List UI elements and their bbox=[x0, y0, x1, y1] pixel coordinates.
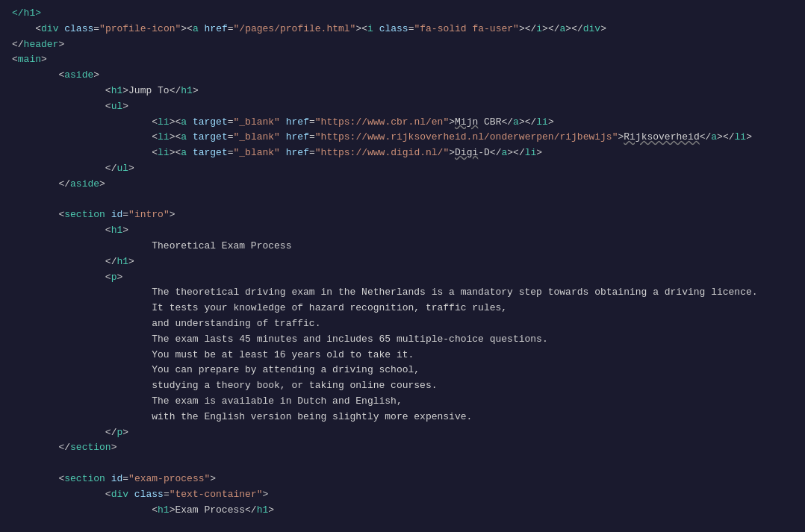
code-line: <main> bbox=[0, 52, 805, 68]
code-line: <h1>Jump To</h1> bbox=[0, 84, 805, 99]
token-plain: = bbox=[228, 131, 234, 143]
token-attr-name: id bbox=[111, 209, 123, 220]
token-plain: >< bbox=[170, 116, 181, 128]
code-line: studying a theory book, or taking online… bbox=[0, 378, 805, 394]
token-tag: div bbox=[111, 489, 128, 500]
token-attr-value: "fa-solid fa-user" bbox=[414, 23, 518, 34]
code-line: </header> bbox=[0, 37, 805, 53]
line-content: </aside> bbox=[12, 177, 105, 193]
token-tag: i bbox=[536, 23, 542, 34]
token-tag: ul bbox=[111, 101, 123, 112]
token-plain: = bbox=[164, 489, 170, 500]
line-content: Theoretical Exam Process bbox=[12, 239, 291, 254]
token-attr-name: target bbox=[193, 116, 228, 128]
line-content: <h1>Exam Process</h1> bbox=[12, 503, 274, 519]
token-attr-value: "_blank" bbox=[234, 116, 280, 128]
code-line: You can prepare by attending a driving s… bbox=[0, 363, 805, 378]
token-tag: a bbox=[181, 147, 187, 158]
token-tag: a bbox=[193, 23, 199, 34]
line-content: It tests your knowledge of hazard recogn… bbox=[12, 301, 507, 316]
line-content: The exam lasts 45 minutes and includes 6… bbox=[12, 332, 548, 348]
code-line: Theoretical Exam Process bbox=[0, 239, 805, 254]
token-plain: > bbox=[41, 54, 47, 65]
token-plain bbox=[128, 489, 134, 500]
token-plain: >< bbox=[181, 23, 193, 34]
token-plain: You can prepare by attending a driving s… bbox=[152, 364, 420, 375]
token-plain: = bbox=[309, 147, 315, 158]
token-plain: < bbox=[105, 272, 111, 283]
token-tag: li bbox=[158, 147, 170, 158]
line-content: </h1> bbox=[12, 254, 134, 270]
token-plain: > bbox=[210, 473, 216, 484]
code-line: <p> bbox=[0, 270, 805, 286]
code-line: <section id="exam-process"> bbox=[0, 472, 805, 487]
token-plain: >Exam Process</ bbox=[170, 504, 257, 516]
code-line: <ul> bbox=[0, 99, 805, 115]
token-tag-bracket: < bbox=[35, 23, 41, 34]
token-plain: > bbox=[122, 101, 128, 112]
token-attr-value: "exam-process" bbox=[128, 473, 210, 484]
token-tag: li bbox=[158, 131, 170, 143]
token-tag: h1 bbox=[111, 225, 123, 236]
token-plain: > bbox=[93, 69, 99, 81]
code-line: and understanding of traffic. bbox=[0, 316, 805, 332]
token-attr-name: href bbox=[286, 131, 309, 143]
token-plain: = bbox=[228, 116, 234, 128]
token-attr-value: "_blank" bbox=[234, 147, 280, 158]
token-attr-value: "https://www.cbr.nl/en" bbox=[315, 116, 449, 128]
token-plain: = bbox=[228, 23, 234, 34]
token-attr-value: "_blank" bbox=[234, 131, 280, 143]
line-content: <h1> bbox=[12, 223, 128, 239]
token-tag: h1 bbox=[111, 85, 123, 96]
token-plain: The exam is available in Dutch and Engli… bbox=[152, 395, 402, 407]
token-tag: h1 bbox=[158, 504, 170, 516]
code-line: <div class="text-container"> bbox=[0, 487, 805, 503]
token-plain: < bbox=[12, 54, 18, 65]
token-tag: </h1> bbox=[12, 7, 41, 19]
code-line: It tests your knowledge of hazard recogn… bbox=[0, 301, 805, 316]
token-plain bbox=[187, 131, 193, 143]
code-line bbox=[0, 456, 805, 472]
code-line: </p> bbox=[0, 425, 805, 441]
token-plain: = bbox=[309, 116, 315, 128]
token-plain: > bbox=[746, 131, 752, 143]
token-tag: section bbox=[70, 442, 111, 453]
token-tag: a bbox=[181, 131, 187, 143]
token-plain: studying a theory book, or taking online… bbox=[152, 380, 437, 391]
token-plain: with the English version being slightly … bbox=[152, 411, 472, 422]
token-attr-name: class bbox=[379, 23, 408, 34]
line-content: You must be at least 16 years old to tak… bbox=[12, 348, 414, 363]
token-plain: > bbox=[600, 23, 606, 34]
line-content: with the English version being slightly … bbox=[12, 410, 472, 425]
line-content: </h1> bbox=[12, 6, 41, 22]
token-tag: li bbox=[525, 147, 537, 158]
token-plain: ></ bbox=[519, 23, 536, 34]
line-content: The exam is available in Dutch and Engli… bbox=[12, 394, 402, 410]
token-plain: > bbox=[268, 504, 274, 516]
line-content: You can prepare by attending a driving s… bbox=[12, 363, 420, 378]
token-tag: div bbox=[583, 23, 600, 34]
code-line: </section> bbox=[0, 440, 805, 456]
line-content: </header> bbox=[12, 37, 64, 53]
token-attr-value: "text-container" bbox=[170, 489, 263, 500]
token-plain: ></ bbox=[507, 147, 524, 158]
token-plain: The theoretical driving exam in the Neth… bbox=[152, 287, 757, 298]
token-tag: ul bbox=[116, 163, 128, 174]
token-tag: li bbox=[735, 131, 747, 143]
token-attr-value: "/pages/profile.html" bbox=[234, 23, 356, 34]
token-plain: > bbox=[170, 209, 175, 220]
token-plain: < bbox=[152, 504, 158, 516]
code-line: <li><a target="_blank" href="https://www… bbox=[0, 115, 805, 131]
token-plain: > bbox=[193, 85, 199, 96]
code-line: </aside> bbox=[0, 177, 805, 193]
code-line: The exam lasts 45 minutes and includes 6… bbox=[0, 332, 805, 348]
token-plain: >Jump To</ bbox=[122, 85, 181, 96]
token-tag: section bbox=[64, 209, 105, 220]
token-plain: > bbox=[263, 489, 269, 500]
token-plain: The exam lasts 45 minutes and includes 6… bbox=[152, 334, 548, 345]
token-plain: < bbox=[105, 101, 111, 112]
code-line: You must be at least 16 years old to tak… bbox=[0, 348, 805, 363]
token-plain bbox=[280, 131, 286, 143]
token-plain: > bbox=[449, 116, 455, 128]
token-plain bbox=[280, 116, 286, 128]
